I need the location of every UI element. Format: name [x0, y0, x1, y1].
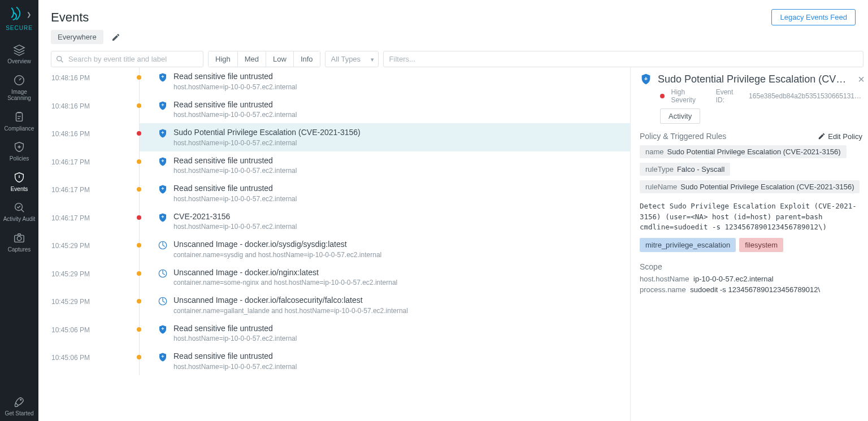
event-title: Read sensitive file untrusted	[173, 156, 297, 166]
sidebar: ❯ SECURE OverviewImage ScanningComplianc…	[0, 0, 38, 421]
svg-text:+: +	[161, 102, 164, 108]
event-row[interactable]: 10:46:17 PM+Read sensitive file untruste…	[140, 151, 630, 180]
edit-policy-button[interactable]: Edit Policy	[818, 132, 862, 141]
severity-dot	[137, 327, 141, 332]
detail-pane: × + Sudo Potential Privilege Escalation …	[631, 67, 868, 421]
event-row[interactable]: 10:48:16 PM+Sudo Potential Privilege Esc…	[140, 123, 630, 151]
severity-label: High Severity	[671, 88, 709, 104]
nav-captures[interactable]: Captures	[0, 227, 38, 258]
type-select[interactable]: All Types	[325, 51, 379, 67]
detail-title: Sudo Potential Privilege Escalation (CVE…	[658, 73, 862, 86]
page-title: Events	[51, 10, 89, 25]
shield-icon: +	[158, 128, 168, 138]
event-subtitle: host.hostName=ip-10-0-0-57.ec2.internal	[173, 167, 297, 175]
detail-sub-row: High Severity Event ID: 165e385edb84a2b5…	[660, 88, 862, 104]
shield-icon: +	[158, 101, 168, 111]
svg-text:+: +	[161, 186, 164, 192]
scan-icon	[158, 268, 168, 279]
filters-input[interactable]	[383, 51, 863, 67]
scan-icon	[158, 240, 168, 250]
search-input[interactable]	[51, 51, 203, 67]
severity-low-button[interactable]: Low	[266, 51, 294, 67]
header: Events Legacy Events Feed	[38, 0, 868, 30]
event-list[interactable]: 10:48:16 PM+Read sensitive file untruste…	[38, 67, 631, 421]
filter-bar: HighMedLowInfo All Types ▾	[38, 51, 868, 67]
brand-label: SECURE	[6, 25, 33, 31]
nav-label: Policies	[10, 155, 29, 162]
event-subtitle: host.hostName=ip-10-0-0-57.ec2.internal	[173, 363, 297, 371]
svg-point-5	[57, 56, 62, 60]
shield-icon: +	[158, 184, 168, 194]
nav-label: Image Scanning	[0, 89, 38, 102]
layers-icon	[13, 44, 25, 56]
event-row[interactable]: 10:45:06 PM+Read sensitive file untruste…	[140, 319, 630, 348]
nav-label: Compliance	[5, 125, 34, 132]
event-time: 10:45:29 PM	[39, 240, 129, 250]
shield-icon: +	[158, 324, 168, 335]
event-time: 10:48:16 PM	[39, 100, 129, 110]
content: 10:48:16 PM+Read sensitive file untruste…	[38, 67, 868, 421]
section-title: Policy & Triggered Rules	[640, 132, 726, 141]
shield-icon: +	[158, 212, 168, 223]
event-title: Unscanned Image - docker.io/nginx:latest	[173, 268, 397, 278]
event-title: CVE-2021-3156	[173, 212, 297, 222]
severity-group: HighMedLowInfo	[208, 51, 320, 67]
event-title: Read sensitive file untrusted	[173, 72, 297, 82]
nav-image-scanning[interactable]: Image Scanning	[0, 70, 38, 106]
event-row[interactable]: 10:46:17 PM+Read sensitive file untruste…	[140, 179, 630, 207]
nav-compliance[interactable]: Compliance	[0, 106, 38, 137]
event-row[interactable]: 10:48:16 PM+Read sensitive file untruste…	[140, 67, 630, 96]
activity-button[interactable]: Activity	[660, 108, 700, 124]
event-subtitle: host.hostName=ip-10-0-0-57.ec2.internal	[173, 195, 297, 203]
severity-dot	[137, 215, 141, 220]
nav-overview[interactable]: Overview	[0, 39, 38, 70]
severity-dot	[137, 75, 141, 80]
event-row[interactable]: 10:45:06 PM+Read sensitive file untruste…	[140, 347, 630, 375]
event-subtitle: container.name=sysdig and host.hostName=…	[173, 251, 381, 259]
event-row[interactable]: 10:45:29 PMUnscanned Image - docker.io/s…	[140, 235, 630, 263]
event-time: 10:45:29 PM	[39, 268, 129, 278]
nav-policies[interactable]: Policies	[0, 136, 38, 167]
main: Events Legacy Events Feed Everywhere Hig…	[38, 0, 868, 421]
nav-label: Captures	[8, 246, 31, 253]
severity-med-button[interactable]: Med	[238, 51, 266, 67]
event-title: Sudo Potential Privilege Escalation (CVE…	[173, 128, 361, 138]
event-subtitle: host.hostName=ip-10-0-0-57.ec2.internal	[173, 83, 297, 91]
svg-line-6	[61, 60, 63, 62]
pencil-icon	[818, 132, 826, 140]
nav-events[interactable]: Events	[0, 167, 38, 197]
rule-description: Detect Sudo Privilege Escalation Exploit…	[640, 201, 862, 232]
event-subtitle: host.hostName=ip-10-0-0-57.ec2.internal	[173, 223, 297, 231]
event-row[interactable]: 10:48:16 PM+Read sensitive file untruste…	[140, 96, 630, 124]
scope-row: Everywhere	[38, 30, 868, 51]
event-subtitle: host.hostName=ip-10-0-0-57.ec2.internal	[173, 111, 297, 119]
nav-get-started[interactable]: Get Started	[0, 391, 38, 422]
event-subtitle: host.hostName=ip-10-0-0-57.ec2.internal	[173, 335, 297, 342]
event-time: 10:48:16 PM	[39, 72, 129, 82]
nav-activity-audit[interactable]: Activity Audit	[0, 197, 38, 227]
rocket-icon	[13, 396, 25, 408]
event-row[interactable]: 10:45:29 PMUnscanned Image - docker.io/f…	[140, 291, 630, 319]
event-subtitle: container.name=some-nginx and host.hostN…	[173, 279, 397, 287]
app-logo: ❯	[8, 6, 31, 23]
severity-high-button[interactable]: High	[209, 51, 238, 67]
camera-icon	[13, 232, 25, 244]
severity-dot	[137, 187, 141, 192]
event-subtitle: container.name=gallant_lalande and host.…	[173, 307, 408, 315]
scope-chip[interactable]: Everywhere	[51, 30, 103, 44]
event-time: 10:48:16 PM	[39, 128, 129, 138]
pencil-icon[interactable]	[111, 33, 120, 42]
event-subtitle: host.hostName=ip-10-0-0-57.ec2.internal	[173, 139, 361, 147]
event-row[interactable]: 10:46:17 PM+CVE-2021-3156host.hostName=i…	[140, 207, 630, 236]
severity-dot	[137, 243, 141, 248]
shield-icon: +	[158, 72, 168, 83]
event-time: 10:46:17 PM	[39, 184, 129, 194]
severity-info-button[interactable]: Info	[294, 51, 320, 67]
event-row[interactable]: 10:45:29 PMUnscanned Image - docker.io/n…	[140, 263, 630, 292]
kv-pill: nameSudo Potential Privilege Escalation …	[640, 145, 847, 158]
close-icon[interactable]: ×	[856, 71, 867, 88]
shield-icon: +	[158, 352, 168, 362]
legacy-events-button[interactable]: Legacy Events Feed	[771, 9, 856, 25]
kv-pill: ruleNameSudo Potential Privilege Escalat…	[640, 180, 860, 193]
shield-icon: +	[640, 73, 652, 85]
